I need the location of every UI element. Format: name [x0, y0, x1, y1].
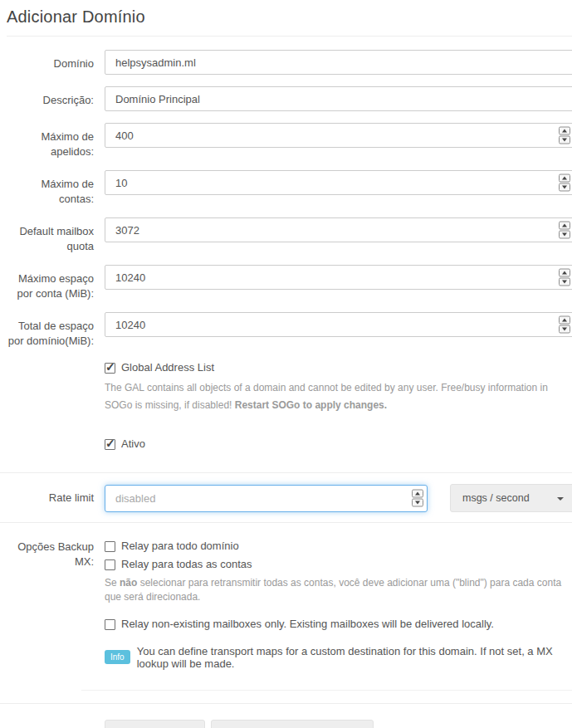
number-spinner[interactable] — [559, 269, 570, 286]
rate-limit-input-wrap — [105, 485, 428, 512]
number-spinner[interactable] — [559, 174, 570, 192]
relay-all-label: Relay para todas as contas — [121, 558, 252, 572]
page-title: Adicionar Domínio — [7, 7, 572, 27]
number-spinner[interactable] — [559, 127, 570, 144]
active-label: Ativo — [121, 437, 145, 452]
domain-label: Domínio — [7, 50, 105, 71]
transport-info-text: You can define transport maps for a cust… — [137, 645, 572, 670]
divider — [0, 703, 572, 704]
max-aliases-control — [105, 123, 572, 148]
chevron-down-icon — [557, 497, 564, 501]
default-quota-control — [105, 217, 572, 242]
spin-down-icon[interactable] — [559, 325, 570, 334]
add-domain-page: Adicionar Domínio Domínio Descrição: Máx… — [0, 0, 572, 728]
number-spinner[interactable] — [559, 222, 570, 239]
transport-info-line: Info You can define transport maps for a… — [105, 645, 572, 670]
backup-mx-row: Opções Backup MX: Relay para todo domíni… — [7, 534, 572, 669]
max-quota-per-mailbox-label: Máximo espaço por conta (MiB): — [7, 265, 105, 300]
add-domain-restart-sogo-button[interactable]: Add domain and restart SOGo — [211, 720, 374, 728]
rate-limit-unit-dropdown[interactable]: msgs / second — [450, 484, 572, 512]
spin-down-icon[interactable] — [559, 136, 570, 144]
backup-mx-content: Relay para todo domínio Relay para todas… — [105, 534, 572, 669]
add-domain-only-button[interactable]: Add domain only — [105, 720, 205, 728]
max-aliases-input[interactable] — [105, 123, 572, 148]
relay-help-text: Se não selecionar para retransmitir toda… — [105, 576, 572, 604]
spin-up-icon[interactable] — [559, 269, 570, 277]
spin-up-icon[interactable] — [559, 222, 570, 230]
description-input[interactable] — [105, 86, 572, 111]
gal-group: Global Address List The GAL contains all… — [105, 361, 572, 414]
description-row: Descrição: — [7, 86, 572, 111]
spin-down-icon[interactable] — [559, 231, 570, 239]
max-quota-per-mailbox-control — [105, 265, 572, 290]
relay-all-checkbox[interactable] — [105, 559, 115, 570]
gal-checkbox[interactable] — [105, 363, 115, 374]
relay-domain-label: Relay para todo domínio — [121, 540, 239, 554]
max-quota-per-mailbox-input[interactable] — [105, 265, 572, 290]
number-spinner[interactable] — [412, 490, 423, 507]
max-mailboxes-row: Máximo de contas: — [7, 170, 572, 206]
description-control — [105, 86, 572, 111]
default-quota-row: Default mailbox quota — [7, 217, 572, 253]
spin-up-icon[interactable] — [412, 490, 423, 498]
domain-row: Domínio — [7, 50, 572, 75]
active-check-row: Ativo — [105, 437, 572, 452]
rate-limit-row: Rate limit msgs / second — [7, 473, 572, 522]
rate-limit-unit-value: msgs / second — [462, 492, 530, 504]
domain-control — [105, 50, 572, 75]
title-divider — [7, 36, 572, 37]
active-group: Ativo — [105, 437, 572, 452]
total-domain-quota-control — [105, 312, 572, 337]
total-domain-quota-row: Total de espaço por domínio(MiB): — [7, 312, 572, 348]
domain-input[interactable] — [105, 50, 572, 75]
rate-limit-label: Rate limit — [7, 491, 105, 506]
spin-down-icon[interactable] — [559, 278, 570, 286]
max-aliases-row: Máximo de apelidos: — [7, 123, 572, 159]
relay-domain-check-row: Relay para todo domínio — [105, 540, 572, 554]
default-quota-input[interactable] — [105, 217, 572, 242]
spin-down-icon[interactable] — [412, 499, 423, 507]
max-quota-per-mailbox-row: Máximo espaço por conta (MiB): — [7, 265, 572, 300]
gal-help-text: The GAL contains all objects of a domain… — [105, 379, 572, 414]
active-checkbox[interactable] — [105, 439, 115, 450]
spin-down-icon[interactable] — [559, 183, 570, 192]
rate-limit-input[interactable] — [105, 485, 428, 512]
default-quota-label: Default mailbox quota — [7, 217, 105, 253]
divider — [81, 690, 572, 691]
max-aliases-label: Máximo de apelidos: — [7, 123, 105, 159]
spin-up-icon[interactable] — [559, 174, 570, 183]
total-domain-quota-input[interactable] — [105, 312, 572, 337]
relay-all-check-row: Relay para todas as contas — [105, 558, 572, 572]
submit-button-row: Add domain only Add domain and restart S… — [105, 720, 572, 728]
max-mailboxes-control — [105, 170, 572, 195]
max-mailboxes-input[interactable] — [105, 170, 572, 195]
relay-unknown-check-row: Relay non-existing mailboxes only. Exist… — [105, 618, 572, 632]
backup-mx-label: Opções Backup MX: — [7, 534, 105, 569]
max-mailboxes-label: Máximo de contas: — [7, 170, 105, 206]
rate-limit-control: msgs / second — [105, 484, 572, 512]
relay-unknown-checkbox[interactable] — [105, 619, 115, 630]
relay-unknown-label: Relay non-existing mailboxes only. Exist… — [121, 618, 494, 632]
info-badge: Info — [105, 650, 130, 664]
spin-up-icon[interactable] — [559, 127, 570, 135]
gal-label: Global Address List — [121, 361, 214, 375]
description-label: Descrição: — [7, 86, 105, 108]
spin-up-icon[interactable] — [559, 316, 570, 325]
divider — [0, 522, 572, 523]
gal-check-row: Global Address List — [105, 361, 572, 375]
total-domain-quota-label: Total de espaço por domínio(MiB): — [7, 312, 105, 348]
number-spinner[interactable] — [559, 316, 570, 334]
relay-domain-checkbox[interactable] — [105, 541, 115, 552]
